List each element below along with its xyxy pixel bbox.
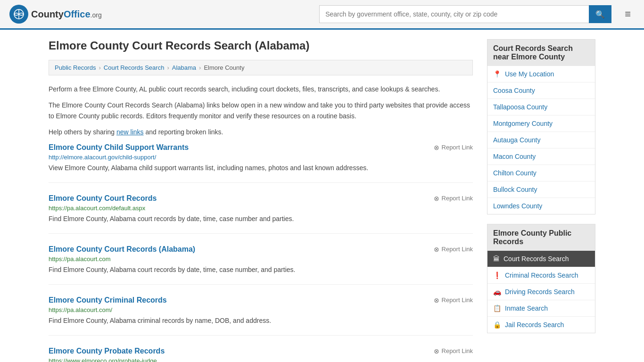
nearby-county-item-1[interactable]: Tallapoosa County [487,99,595,115]
breadcrumb-sep-2: › [167,64,169,71]
public-records-list: 🏛 Court Records Search ❗ Criminal Record… [487,251,595,333]
report-label-0: Report Link [442,144,473,151]
location-icon: 📍 [493,70,501,78]
pr-icon-3: 📋 [493,304,501,312]
breadcrumb-public-records[interactable]: Public Records [55,64,96,71]
use-my-location-item[interactable]: 📍 Use My Location [487,66,595,82]
report-icon-1: ⊗ [434,195,439,202]
pr-icon-1: ❗ [493,272,501,279]
record-title-2[interactable]: Elmore County Court Records (Alabama) [49,245,195,254]
nearby-county-item-5[interactable]: Chilton County [487,165,595,181]
pr-icon-4: 🔒 [493,321,501,329]
search-area: 🔍 [319,5,611,23]
nearby-county-item-4[interactable]: Macon County [487,148,595,165]
pr-icon-2: 🚗 [493,288,501,296]
report-icon-2: ⊗ [434,246,439,253]
record-url-0[interactable]: http://elmore.alacourt.gov/child-support… [49,154,473,161]
pr-link-1[interactable]: Criminal Records Search [505,272,578,279]
logo-icon [9,5,28,24]
report-link-1[interactable]: ⊗ Report Link [434,195,473,202]
nearby-counties: Coosa CountyTallapoosa CountyMontgomery … [487,82,595,214]
nearby-county-link-0[interactable]: Coosa County [493,87,535,94]
record-item: Elmore County Court Records (Alabama) ⊗ … [49,245,473,285]
sidebar: Court Records Search near Elmore County … [487,39,595,362]
search-button[interactable]: 🔍 [589,5,611,23]
nearby-county-item-6[interactable]: Bullock County [487,181,595,198]
public-records-box: Elmore County Public Records 🏛 Court Rec… [487,224,595,333]
report-icon-4: ⊗ [434,347,439,355]
search-input[interactable] [319,5,589,23]
description-3: Help others by sharing new links and rep… [49,127,473,137]
breadcrumb-alabama[interactable]: Alabama [172,64,196,71]
search-icon: 🔍 [595,10,605,18]
breadcrumb-current: Elmore County [204,64,244,71]
nearby-county-link-7[interactable]: Lowndes County [493,202,542,210]
report-label-3: Report Link [442,296,473,304]
record-title-3[interactable]: Elmore County Criminal Records [49,296,167,304]
nearby-county-item-3[interactable]: Autauga County [487,132,595,148]
report-link-4[interactable]: ⊗ Report Link [434,347,473,355]
report-icon-0: ⊗ [434,144,439,151]
logo-text: CountyOffice.org [31,9,102,20]
nearby-county-item-7[interactable]: Lowndes County [487,198,595,214]
nearby-county-link-3[interactable]: Autauga County [493,136,540,144]
record-title-4[interactable]: Elmore County Probate Records [49,347,165,355]
breadcrumb-court-records-search[interactable]: Court Records Search [104,64,165,71]
public-records-title: Elmore County Public Records [487,224,595,251]
report-icon-3: ⊗ [434,296,439,304]
pr-link-0[interactable]: Court Records Search [504,255,569,263]
record-url-4[interactable]: https://www.elmoreco.org/probate-judge [49,357,473,362]
record-url-3[interactable]: https://pa.alacourt.com/ [49,306,473,313]
nearby-county-link-1[interactable]: Tallapoosa County [493,103,547,111]
record-url-2[interactable]: https://pa.alacourt.com [49,255,473,263]
breadcrumb: Public Records › Court Records Search › … [49,60,473,75]
nearby-county-link-5[interactable]: Chilton County [493,169,537,177]
public-records-item-2[interactable]: 🚗 Driving Records Search [487,284,595,300]
report-link-2[interactable]: ⊗ Report Link [434,246,473,253]
hamburger-icon: ≡ [625,8,631,20]
nearby-county-link-6[interactable]: Bullock County [493,186,537,193]
pr-link-4[interactable]: Jail Records Search [505,321,564,329]
page-title: Elmore County Court Records Search (Alab… [49,39,473,52]
record-item: Elmore County Child Support Warrants ⊗ R… [49,143,473,183]
nearby-county-item-2[interactable]: Montgomery County [487,115,595,132]
breadcrumb-sep-1: › [99,64,100,71]
public-records-item-1[interactable]: ❗ Criminal Records Search [487,267,595,284]
menu-button[interactable]: ≡ [621,8,635,20]
pr-link-2[interactable]: Driving Records Search [505,288,575,296]
pr-icon-0: 🏛 [493,255,500,263]
nearby-county-item-0[interactable]: Coosa County [487,82,595,99]
record-item: Elmore County Court Records ⊗ Report Lin… [49,194,473,234]
public-records-item-3[interactable]: 📋 Inmate Search [487,300,595,317]
new-links-link[interactable]: new links [116,128,144,136]
pr-link-3[interactable]: Inmate Search [505,304,548,312]
record-desc-3: Find Elmore County, Alabama criminal rec… [49,316,473,326]
nearby-title: Court Records Search near Elmore County [487,40,595,66]
nearby-county-link-4[interactable]: Macon County [493,153,536,160]
site-logo[interactable]: CountyOffice.org [9,5,102,24]
nearby-county-link-2[interactable]: Montgomery County [493,120,553,127]
record-item: Elmore County Probate Records ⊗ Report L… [49,347,473,362]
record-desc-2: Find Elmore County, Alabama court record… [49,265,473,275]
public-records-item-0[interactable]: 🏛 Court Records Search [487,251,595,267]
record-title-1[interactable]: Elmore County Court Records [49,194,157,203]
nearby-box: Court Records Search near Elmore County … [487,39,595,214]
record-title-0[interactable]: Elmore County Child Support Warrants [49,143,189,152]
report-link-3[interactable]: ⊗ Report Link [434,296,473,304]
breadcrumb-sep-3: › [199,64,201,71]
record-desc-1: Find Elmore County, Alabama court record… [49,214,473,224]
description-1: Perform a free Elmore County, AL public … [49,84,473,94]
record-desc-0: View Elmore County, Alabama child suppor… [49,163,473,173]
report-label-4: Report Link [442,347,473,354]
use-my-location-label: Use My Location [505,70,554,78]
record-url-1[interactable]: https://pa.alacourt.com/default.aspx [49,205,473,212]
report-label-1: Report Link [442,195,473,202]
record-item: Elmore County Criminal Records ⊗ Report … [49,296,473,336]
description-2: The Elmore County Court Records Search (… [49,100,473,121]
records-list: Elmore County Child Support Warrants ⊗ R… [49,143,473,362]
report-link-0[interactable]: ⊗ Report Link [434,144,473,151]
public-records-item-4[interactable]: 🔒 Jail Records Search [487,317,595,333]
report-label-2: Report Link [442,246,473,253]
